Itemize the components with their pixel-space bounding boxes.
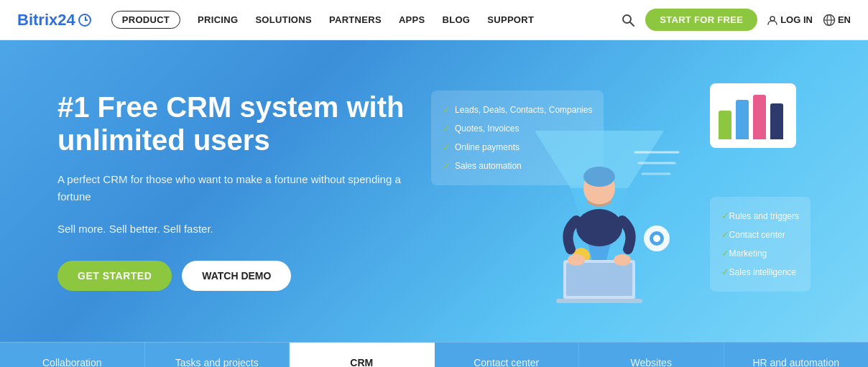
tab-collaboration[interactable]: Collaboration <box>0 343 145 367</box>
hero-section: #1 Free CRM system with unlimited users … <box>0 40 868 342</box>
globe-icon <box>823 14 836 27</box>
get-started-button[interactable]: GET STARTED <box>57 261 172 291</box>
check-icon: ✓ <box>721 248 729 259</box>
logo-text: Bitrix24 <box>17 11 75 29</box>
nav-link-solutions[interactable]: SOLUTIONS <box>255 14 312 25</box>
svg-point-23 <box>653 235 660 242</box>
tab-hr-and-automation[interactable]: HR and automation <box>724 343 869 367</box>
hero-buttons: GET STARTED WATCH DEMO <box>57 261 417 291</box>
chart-bar <box>753 95 766 139</box>
tab-websites[interactable]: Websites <box>579 343 724 367</box>
login-link[interactable]: LOG IN <box>767 14 813 25</box>
svg-line-1 <box>630 22 634 26</box>
hero-tagline: Sell more. Sell better. Sell faster. <box>57 223 417 235</box>
bottom-feature-item: ✓Marketing <box>721 244 799 263</box>
start-free-button[interactable]: START FOR FREE <box>645 9 757 31</box>
check-icon: ✓ <box>721 266 729 277</box>
lang-label: EN <box>838 14 851 25</box>
bottom-feature-item: ✓Rules and triggers <box>721 207 799 226</box>
hero-illustration <box>491 116 736 313</box>
check-icon: ✓ <box>721 229 729 240</box>
search-icon[interactable] <box>621 13 635 27</box>
svg-point-19 <box>568 254 585 266</box>
hero-title: #1 Free CRM system with unlimited users <box>57 90 417 157</box>
bottom-feature-item: ✓Contact center <box>721 226 799 244</box>
svg-point-14 <box>583 167 615 187</box>
check-icon: ✓ <box>443 157 451 175</box>
svg-rect-18 <box>556 299 642 303</box>
tab-tasks-and-projects[interactable]: Tasks and projects <box>145 343 290 367</box>
nav-link-pricing[interactable]: PRICING <box>198 14 238 25</box>
bottom-features-list: ✓Rules and triggers✓Contact center✓Marke… <box>710 197 811 292</box>
nav-link-support[interactable]: SUPPORT <box>487 14 534 25</box>
bottom-feature-item: ✓Sales intelligence <box>721 263 799 282</box>
hero-right: ✓Leads, Deals, Contacts, Companies✓Quote… <box>417 83 811 313</box>
clock-icon <box>78 14 91 27</box>
navbar: Bitrix24 PRODUCTPRICINGSOLUTIONSPARTNERS… <box>0 0 868 40</box>
nav-link-apps[interactable]: APPS <box>399 14 425 25</box>
watch-demo-button[interactable]: WATCH DEMO <box>182 261 291 291</box>
svg-rect-17 <box>566 263 632 296</box>
check-icon: ✓ <box>443 119 451 138</box>
login-label: LOG IN <box>780 14 813 25</box>
svg-point-20 <box>614 254 631 266</box>
check-icon: ✓ <box>443 138 451 157</box>
tab-crm[interactable]: CRM <box>290 343 435 367</box>
nav-right: START FOR FREE LOG IN EN <box>621 9 851 31</box>
check-icon: ✓ <box>721 210 729 221</box>
check-icon: ✓ <box>443 101 451 119</box>
hero-subtitle: A perfect CRM for those who want to make… <box>57 171 417 205</box>
nav-link-blog[interactable]: BLOG <box>443 14 471 25</box>
chart-bar <box>770 103 783 139</box>
tab-contact-center[interactable]: Contact center <box>435 343 580 367</box>
logo[interactable]: Bitrix24 <box>17 11 91 29</box>
nav-links: PRODUCTPRICINGSOLUTIONSPARTNERSAPPSBLOGS… <box>111 11 622 29</box>
chart-bar <box>736 100 749 139</box>
bottom-tabs: CollaborationTasks and projectsCRMContac… <box>0 342 868 367</box>
svg-point-15 <box>576 209 622 246</box>
nav-link-partners[interactable]: PARTNERS <box>329 14 382 25</box>
user-icon <box>767 15 777 25</box>
nav-link-product[interactable]: PRODUCT <box>111 11 180 29</box>
language-button[interactable]: EN <box>823 14 851 27</box>
svg-point-2 <box>770 17 775 21</box>
hero-left: #1 Free CRM system with unlimited users … <box>57 83 417 291</box>
